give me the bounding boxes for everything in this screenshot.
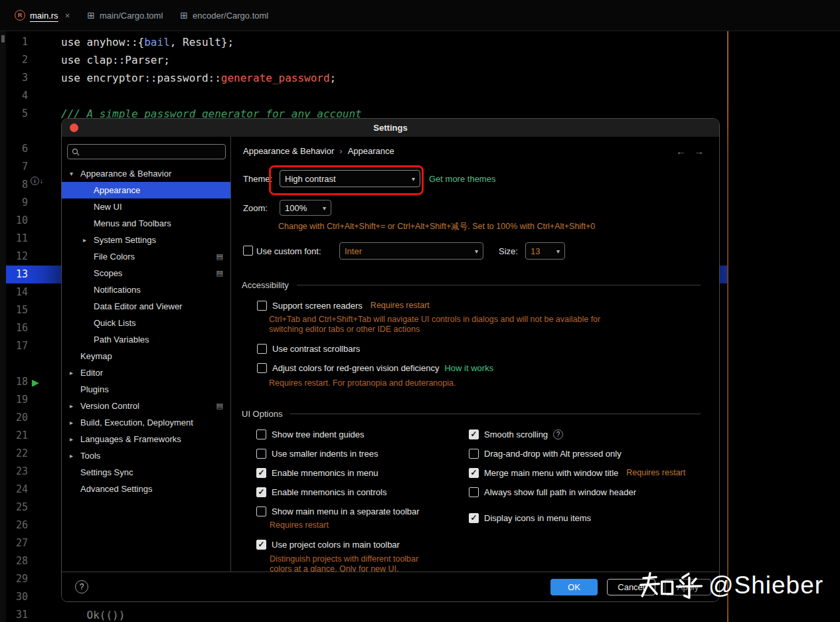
ok-button[interactable]: OK bbox=[550, 579, 598, 595]
sidebar-item[interactable]: Scopes▤ bbox=[62, 265, 231, 281]
checkbox[interactable] bbox=[256, 506, 266, 516]
checkbox[interactable]: ✓ bbox=[469, 468, 479, 478]
checkbox[interactable]: ✓ bbox=[256, 487, 266, 497]
editor-tab[interactable]: ⊞encoder/Cargo.toml bbox=[173, 0, 279, 31]
option-label: Drag-and-drop with Alt pressed only bbox=[484, 449, 622, 459]
section-title: UI Options bbox=[242, 409, 282, 419]
editor-tab[interactable]: Rmain.rs× bbox=[8, 0, 80, 31]
back-button[interactable]: ← bbox=[676, 145, 686, 157]
sidebar-item-label: Tools bbox=[80, 447, 100, 464]
sidebar-item[interactable]: ▸System Settings bbox=[62, 232, 231, 248]
arrow-down-icon: ↓ bbox=[40, 177, 43, 185]
checkbox[interactable]: ✓ bbox=[469, 513, 479, 523]
zoom-select[interactable]: 100% ▾ bbox=[280, 200, 331, 216]
list-badge-icon: ▤ bbox=[216, 248, 223, 265]
sidebar-item[interactable]: ▸Tools bbox=[62, 447, 231, 464]
sidebar-item[interactable]: ▸Build, Execution, Deployment bbox=[62, 414, 231, 431]
editor-tab-bar: Rmain.rs×⊞main/Cargo.toml⊞encoder/Cargo.… bbox=[0, 0, 840, 31]
sidebar-item[interactable]: New UI bbox=[62, 198, 231, 215]
chevron-right-icon: ▸ bbox=[70, 364, 73, 381]
help-icon[interactable]: ? bbox=[553, 429, 563, 439]
line-number: 31 bbox=[3, 606, 28, 622]
forward-button[interactable]: → bbox=[694, 145, 704, 157]
theme-label: Theme: bbox=[243, 174, 272, 184]
editor-tab[interactable]: ⊞main/Cargo.toml bbox=[80, 0, 173, 31]
gutter-annotation-icon[interactable]: i ↓ bbox=[31, 177, 43, 185]
sidebar-item[interactable]: Data Editor and Viewer bbox=[62, 298, 231, 315]
sidebar-item[interactable]: Settings Sync bbox=[62, 464, 231, 481]
dialog-titlebar[interactable]: Settings bbox=[62, 119, 719, 137]
sidebar-item[interactable]: ▸Editor bbox=[62, 364, 231, 381]
chevron-down-icon: ▾ bbox=[412, 175, 415, 183]
checkbox[interactable]: ✓ bbox=[256, 540, 266, 550]
zoom-value: 100% bbox=[285, 203, 307, 213]
list-badge-icon: ▤ bbox=[216, 265, 223, 281]
sidebar-item-label: Languages & Frameworks bbox=[80, 431, 181, 447]
sidebar-item[interactable]: Quick Lists bbox=[62, 315, 231, 331]
option-label: Show main menu in a separate toolbar bbox=[272, 506, 420, 516]
sidebar-item[interactable]: Advanced Settings bbox=[62, 481, 231, 497]
sidebar-item-label: Keymap bbox=[80, 348, 112, 364]
font-size-select[interactable]: 13 ▾ bbox=[525, 242, 565, 260]
theme-select[interactable]: High contrast ▾ bbox=[280, 170, 420, 187]
line-number: 19 bbox=[3, 391, 28, 409]
breadcrumb-parent[interactable]: Appearance & Behavior bbox=[243, 146, 334, 156]
sidebar-item[interactable]: ▾Appearance & Behavior bbox=[62, 165, 231, 182]
chevron-down-icon: ▾ bbox=[70, 165, 73, 182]
option-note: Requires restart bbox=[270, 520, 329, 530]
checkbox[interactable] bbox=[257, 301, 267, 311]
section-title: Accessibility bbox=[242, 280, 289, 290]
line-number: 5 bbox=[3, 105, 28, 123]
requires-restart-text: Requires restart bbox=[371, 301, 430, 310]
sidebar-item[interactable]: Path Variables bbox=[62, 331, 231, 348]
help-link[interactable]: How it works bbox=[444, 363, 493, 373]
sidebar-item[interactable]: Appearance bbox=[62, 182, 231, 198]
help-icon[interactable]: ? bbox=[75, 580, 88, 593]
checkbox[interactable] bbox=[256, 429, 266, 439]
line-number: 24 bbox=[3, 481, 28, 499]
sidebar-item-label: Build, Execution, Deployment bbox=[80, 414, 193, 431]
sidebar-item[interactable]: ▸Languages & Frameworks bbox=[62, 431, 231, 447]
line-number: 13 bbox=[3, 266, 28, 283]
line-number: 27 bbox=[3, 534, 28, 552]
chevron-right-icon: ▸ bbox=[83, 232, 86, 248]
option-note: Requires restart. For protanopia and deu… bbox=[269, 378, 456, 388]
run-gutter-icon[interactable]: ▶ bbox=[32, 374, 39, 392]
line-number: 25 bbox=[3, 499, 28, 516]
settings-sidebar-tree: ▾Appearance & BehaviorAppearanceNew UIMe… bbox=[62, 137, 230, 573]
checkbox[interactable]: ✓ bbox=[469, 429, 479, 439]
close-button[interactable] bbox=[70, 123, 78, 132]
get-more-themes-link[interactable]: Get more themes bbox=[429, 174, 495, 184]
sidebar-item[interactable]: Menus and Toolbars bbox=[62, 215, 231, 232]
checkbox[interactable] bbox=[469, 449, 479, 459]
sidebar-item[interactable]: File Colors▤ bbox=[62, 248, 231, 265]
section-accessibility: Accessibility bbox=[242, 280, 701, 290]
code-line: use encryptor::password::generate_passwo… bbox=[61, 69, 336, 87]
checkbox[interactable] bbox=[257, 344, 267, 354]
use-custom-font-checkbox[interactable] bbox=[243, 246, 253, 256]
checkbox[interactable]: ✓ bbox=[256, 468, 266, 478]
tab-label: encoder/Cargo.toml bbox=[193, 11, 268, 21]
sidebar-item[interactable]: Plugins bbox=[62, 381, 231, 398]
font-select[interactable]: Inter ▾ bbox=[339, 242, 483, 260]
sidebar-item[interactable]: Keymap bbox=[62, 348, 231, 364]
option-row: Use smaller indents in trees bbox=[256, 447, 378, 460]
code-line: Ok(()) bbox=[61, 606, 125, 622]
line-number: 3 bbox=[3, 69, 28, 87]
sidebar-item[interactable]: Notifications bbox=[62, 281, 231, 298]
line-number: 28 bbox=[3, 552, 28, 570]
option-note: Ctrl+Tab and Ctrl+Shift+Tab will navigat… bbox=[269, 315, 618, 335]
theme-value: High contrast bbox=[285, 174, 336, 184]
sidebar-item[interactable]: ▸Version Control▤ bbox=[62, 398, 231, 414]
option-row: ✓Enable mnemonics in menu bbox=[256, 466, 378, 479]
checkbox[interactable] bbox=[256, 449, 266, 459]
option-row: Show tree indent guides bbox=[256, 428, 364, 441]
line-number: 26 bbox=[3, 516, 28, 534]
dialog-footer: ? OK Cancel Apply bbox=[62, 572, 719, 601]
checkbox[interactable] bbox=[257, 363, 267, 373]
checkbox[interactable] bbox=[469, 487, 479, 497]
tab-label: main/Cargo.toml bbox=[100, 11, 163, 21]
tab-close-icon[interactable]: × bbox=[65, 11, 70, 21]
sidebar-item-label: File Colors bbox=[94, 248, 135, 265]
option-row: Drag-and-drop with Alt pressed only bbox=[469, 447, 622, 460]
